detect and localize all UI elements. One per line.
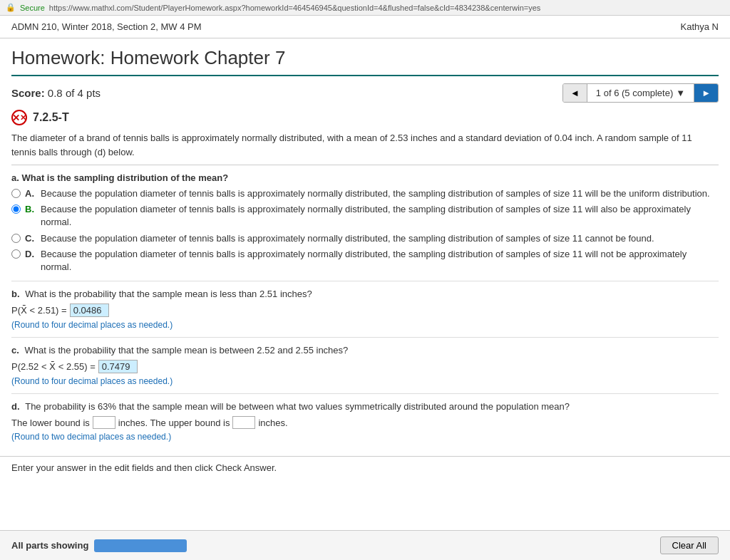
prob-c-line: P(2.52 < X̄ < 2.55) = 0.7479 (11, 360, 719, 373)
prob-c-expression: P(2.52 < X̄ < 2.55) = (11, 361, 96, 372)
option-b-letter: B. (25, 203, 36, 216)
option-c: C. Because the population diameter of te… (11, 232, 719, 245)
option-a-letter: A. (25, 187, 36, 200)
end-text: inches. (258, 418, 287, 428)
lower-bound-input[interactable] (93, 416, 115, 429)
instructions-text: Enter your answer in the edit fields and… (11, 462, 277, 473)
nav-dropdown-icon[interactable]: ▼ (676, 88, 685, 98)
nav-current-text: 1 of 6 (5 complete) (596, 88, 673, 98)
score-value: 0.8 of 4 pts (48, 87, 101, 99)
option-b: B. Because the population diameter of te… (11, 203, 719, 229)
part-c: c. What is the probability that the samp… (11, 345, 719, 386)
option-a: A. Because the population diameter of te… (11, 187, 719, 200)
secure-label: Secure (20, 4, 45, 12)
round-note-b: (Round to four decimal places as needed.… (11, 320, 719, 330)
question-status-icon: ✕ (11, 110, 27, 125)
x-icon: ✕ (12, 113, 20, 123)
radio-c[interactable] (11, 234, 21, 243)
option-b-text: Because the population diameter of tenni… (41, 203, 719, 229)
question-header: ✕ 7.2.5-T (11, 110, 719, 125)
separator-cd (11, 393, 719, 394)
part-d-label: d. The probability is 63% that the sampl… (11, 401, 719, 412)
score-section: Score: 0.8 of 4 pts (11, 87, 101, 99)
bottom-instructions: Enter your answer in the edit fields and… (0, 456, 730, 479)
course-header: ADMN 210, Winter 2018, Section 2, MW 4 P… (0, 16, 730, 38)
option-c-text: Because the population diameter of tenni… (41, 232, 654, 245)
score-label: Score: (11, 87, 45, 99)
score-nav-row: Score: 0.8 of 4 pts ◄ 1 of 6 (5 complete… (11, 83, 719, 103)
radio-b[interactable] (11, 204, 21, 214)
browser-bar: 🔒 Secure https://www.mathxl.com/Student/… (0, 0, 730, 16)
prob-d-line: The lower bound is inches. The upper bou… (11, 416, 719, 429)
nav-next-button[interactable]: ► (694, 84, 718, 102)
answer-c-value[interactable]: 0.7479 (98, 360, 138, 373)
part-a: a. What is the sampling distribution of … (11, 172, 719, 274)
nav-prev-button[interactable]: ◄ (563, 84, 587, 102)
radio-d[interactable] (11, 249, 21, 259)
middle-text: inches. The upper bound is (118, 418, 230, 428)
nav-controls: ◄ 1 of 6 (5 complete) ▼ ► (562, 83, 719, 103)
question-intro: The diameter of a brand of tennis balls … (11, 131, 719, 165)
part-a-label: a. What is the sampling distribution of … (11, 172, 719, 183)
option-a-text: Because the population diameter of tenni… (41, 187, 710, 200)
option-d-letter: D. (25, 248, 36, 261)
question-id: 7.2.5-T (33, 111, 69, 124)
student-name: Kathya N (681, 21, 719, 32)
part-b-label: b. What is the probability that the samp… (11, 289, 719, 299)
option-c-letter: C. (25, 232, 36, 245)
lower-bound-label: The lower bound is (11, 418, 90, 428)
option-d-text: Because the population diameter of tenni… (41, 248, 719, 274)
separator-bc (11, 337, 719, 338)
answer-b-value[interactable]: 0.0486 (70, 304, 109, 317)
url-bar: https://www.mathxl.com/Student/PlayerHom… (49, 4, 540, 12)
prob-b-expression: P(X̄ < 2.51) = (11, 305, 67, 316)
separator-ab (11, 281, 719, 281)
homework-title: Homework: Homework Chapter 7 (11, 38, 719, 76)
radio-a[interactable] (11, 189, 21, 198)
option-d: D. Because the population diameter of te… (11, 248, 719, 274)
prob-b-line: P(X̄ < 2.51) = 0.0486 (11, 304, 719, 317)
nav-label: 1 of 6 (5 complete) ▼ (587, 84, 694, 102)
main-content: Homework: Homework Chapter 7 Score: 0.8 … (0, 38, 730, 442)
part-d: d. The probability is 63% that the sampl… (11, 401, 719, 442)
round-note-c: (Round to four decimal places as needed.… (11, 376, 719, 386)
upper-bound-input[interactable] (232, 416, 255, 429)
round-note-d: (Round to two decimal places as needed.) (11, 432, 719, 442)
course-info: ADMN 210, Winter 2018, Section 2, MW 4 P… (11, 21, 202, 32)
secure-icon: 🔒 (6, 3, 16, 12)
part-c-label: c. What is the probability that the samp… (11, 345, 719, 356)
part-b: b. What is the probability that the samp… (11, 289, 719, 330)
